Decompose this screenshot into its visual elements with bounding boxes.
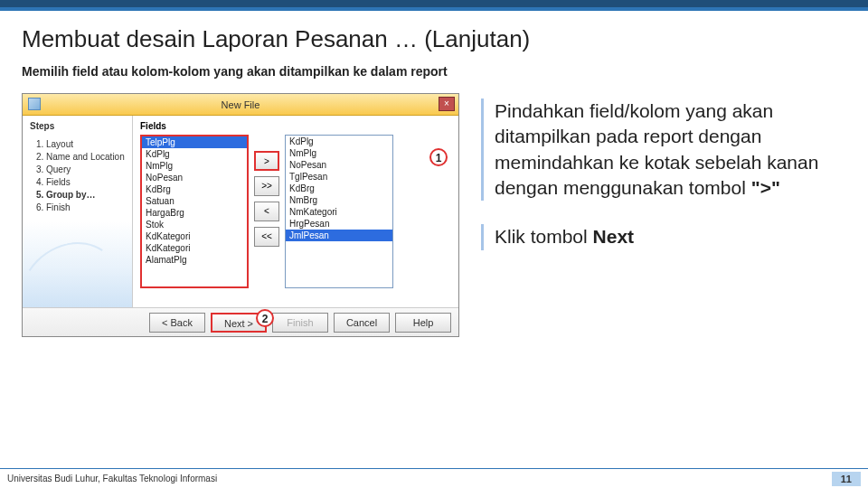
- move-buttons-column: > >> < <<: [254, 135, 279, 247]
- instructions-column: Pindahkan field/kolom yang akan ditampil…: [481, 93, 846, 337]
- page-title: Membuat desain Laporan Pesanan … (Lanjut…: [22, 25, 846, 53]
- add-all-button[interactable]: >>: [254, 176, 279, 196]
- slide-content: Membuat desain Laporan Pesanan … (Lanjut…: [0, 11, 868, 337]
- instruction-2-text: Klik tombol: [495, 226, 593, 247]
- list-item[interactable]: AlamatPlg: [142, 254, 247, 266]
- step-item: Finish: [46, 202, 125, 213]
- dialog-title-text: New File: [222, 99, 260, 110]
- remove-all-button[interactable]: <<: [254, 227, 279, 247]
- instruction-1: Pindahkan field/kolom yang akan ditampil…: [481, 99, 846, 201]
- page-subtitle: Memilih field atau kolom-kolom yang akan…: [22, 64, 846, 79]
- list-item[interactable]: KdPlg: [142, 148, 247, 160]
- lists-row: TelpPlgKdPlgNmPlgNoPesanKdBrgSatuanHarga…: [140, 135, 451, 288]
- add-button[interactable]: >: [254, 151, 279, 171]
- list-item[interactable]: NoPesan: [142, 172, 247, 183]
- remove-button[interactable]: <: [254, 202, 279, 221]
- main-row: New File × Steps LayoutName and Location…: [22, 93, 846, 337]
- list-item[interactable]: NmPlg: [142, 160, 247, 172]
- step-item: Layout: [46, 138, 125, 150]
- footer-org: Universitas Budi Luhur, Fakultas Teknolo…: [7, 474, 217, 483]
- dialog-titlebar: New File ×: [23, 94, 458, 116]
- list-item[interactable]: NmKategori: [286, 206, 392, 218]
- back-button[interactable]: < Back: [149, 313, 205, 333]
- steps-header: Steps: [30, 121, 125, 131]
- list-item[interactable]: KdPlg: [286, 136, 392, 147]
- fields-area: Fields TelpPlgKdPlgNmPlgNoPesanKdBrgSatu…: [133, 116, 458, 307]
- dialog-body: Steps LayoutName and LocationQueryFields…: [23, 116, 458, 307]
- steps-column: Steps LayoutName and LocationQueryFields…: [23, 116, 133, 307]
- new-file-dialog: New File × Steps LayoutName and Location…: [22, 93, 459, 337]
- callout-marker-2: 2: [256, 309, 274, 327]
- list-item[interactable]: KdKategori: [142, 230, 247, 242]
- list-item[interactable]: TglPesan: [286, 171, 392, 183]
- instruction-2: Klik tombol Next: [481, 224, 846, 249]
- step-item: Name and Location: [46, 151, 125, 163]
- slide-footer: Universitas Budi Luhur, Fakultas Teknolo…: [0, 468, 868, 488]
- fields-header: Fields: [140, 121, 451, 131]
- list-item[interactable]: HargaBrg: [142, 207, 247, 219]
- list-item[interactable]: NmBrg: [286, 194, 392, 206]
- list-item[interactable]: NmPlg: [286, 147, 392, 159]
- list-item[interactable]: HrgPesan: [286, 218, 392, 230]
- step-item: Group by…: [46, 189, 125, 201]
- list-item[interactable]: KdBrg: [286, 183, 392, 194]
- step-item: Fields: [46, 176, 125, 188]
- page-number: 11: [832, 472, 861, 486]
- dialog-screenshot: New File × Steps LayoutName and Location…: [22, 93, 459, 337]
- cancel-button[interactable]: Cancel: [334, 313, 390, 333]
- step-item: Query: [46, 164, 125, 175]
- finish-button[interactable]: Finish: [272, 313, 328, 333]
- callout-marker-1: 1: [429, 148, 448, 166]
- close-button[interactable]: ×: [439, 97, 455, 111]
- list-item[interactable]: KdBrg: [142, 183, 247, 195]
- selected-fields-listbox[interactable]: KdPlgNmPlgNoPesanTglPesanKdBrgNmBrgNmKat…: [285, 135, 393, 288]
- cube-icon: [28, 98, 41, 110]
- list-item[interactable]: Stok: [142, 219, 247, 230]
- available-fields-listbox[interactable]: TelpPlgKdPlgNmPlgNoPesanKdBrgSatuanHarga…: [140, 135, 249, 288]
- list-item[interactable]: TelpPlg: [142, 136, 247, 148]
- instruction-1-bold: ">": [751, 177, 780, 198]
- instruction-2-bold: Next: [593, 226, 635, 247]
- top-bar: [0, 0, 868, 7]
- list-item[interactable]: NoPesan: [286, 159, 392, 171]
- steps-list: LayoutName and LocationQueryFieldsGroup …: [30, 138, 125, 213]
- list-item[interactable]: JmlPesan: [286, 230, 392, 241]
- list-item[interactable]: KdKategori: [142, 242, 247, 254]
- help-button[interactable]: Help: [395, 313, 451, 333]
- list-item[interactable]: Satuan: [142, 195, 247, 207]
